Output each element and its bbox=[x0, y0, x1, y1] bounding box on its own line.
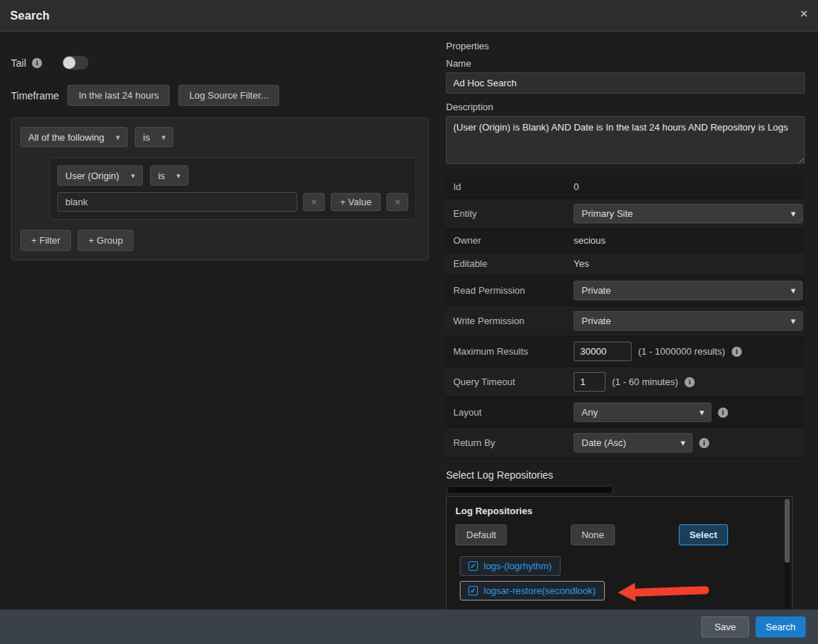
search-dialog: Search × Tail i Timeframe In the last 24… bbox=[0, 0, 818, 644]
query-timeout-hint: (1 - 60 minutes) bbox=[612, 376, 678, 387]
layout-select[interactable]: Any ▾ bbox=[574, 402, 711, 422]
search-button[interactable]: Search bbox=[756, 616, 806, 637]
info-icon[interactable]: i bbox=[732, 347, 742, 357]
remove-value-button[interactable]: × bbox=[303, 193, 325, 211]
maximum-results-hint: (1 - 1000000 results) bbox=[638, 346, 725, 357]
table-row-query-timeout: Query Timeout (1 - 60 minutes) i bbox=[446, 367, 805, 397]
group-operator-dropdown[interactable]: All of the following ▾ bbox=[20, 127, 128, 147]
maximum-results-input[interactable] bbox=[574, 342, 632, 361]
group-condition-value: is bbox=[143, 132, 149, 143]
editable-value: Yes bbox=[574, 258, 589, 269]
row-label: Query Timeout bbox=[446, 376, 574, 387]
log-source-filter-button[interactable]: Log Source Filter... bbox=[178, 85, 279, 106]
repo-item-logsar-restore-secondlook[interactable]: ✓ logsar-restore(secondlook) bbox=[460, 581, 605, 600]
timeframe-button[interactable]: In the last 24 hours bbox=[67, 85, 170, 106]
row-label: Read Permission bbox=[446, 285, 574, 296]
add-group-button[interactable]: + Group bbox=[78, 230, 133, 251]
log-repositories-title: Log Repositories bbox=[455, 505, 783, 516]
info-icon[interactable]: i bbox=[685, 377, 695, 387]
properties-panel: Properties Name Description (User (Origi… bbox=[446, 32, 806, 608]
repo-items-list: ✓ logs-(logrhythm) ✓ logsar-restore(seco… bbox=[460, 556, 783, 600]
table-row-write-permission: Write Permission Private ▾ bbox=[446, 306, 805, 337]
toggle-knob bbox=[63, 57, 75, 69]
return-by-select[interactable]: Date (Asc) ▾ bbox=[574, 433, 693, 453]
row-label: Editable bbox=[446, 258, 574, 269]
query-builder-panel: Tail i Timeframe In the last 24 hours Lo… bbox=[0, 32, 439, 608]
chevron-down-icon: ▾ bbox=[116, 133, 120, 142]
layout-value: Any bbox=[582, 407, 598, 418]
filter-condition-value: is bbox=[158, 170, 165, 181]
chevron-down-icon: ▾ bbox=[131, 171, 135, 181]
table-row-editable: Editable Yes bbox=[446, 252, 805, 276]
repo-scrollbar[interactable] bbox=[785, 499, 790, 608]
table-row-entity: Entity Primary Site ▾ bbox=[446, 199, 805, 229]
repo-item-logs-logrhythm[interactable]: ✓ logs-(logrhythm) bbox=[460, 556, 561, 576]
select-button[interactable]: Select bbox=[679, 524, 728, 545]
write-permission-value: Private bbox=[582, 315, 611, 326]
properties-table: Id 0 Entity Primary Site ▾ Owner secious bbox=[446, 176, 805, 458]
filter-field-row: User (Origin) ▾ is ▾ bbox=[57, 165, 408, 186]
filter-actions-row: + Filter + Group bbox=[20, 230, 419, 251]
table-row-owner: Owner secious bbox=[446, 229, 805, 252]
properties-heading: Properties bbox=[446, 41, 806, 51]
row-label: Layout bbox=[446, 407, 574, 418]
filter-field-dropdown[interactable]: User (Origin) ▾ bbox=[57, 165, 143, 186]
group-condition-dropdown[interactable]: is ▾ bbox=[135, 127, 173, 147]
default-button[interactable]: Default bbox=[455, 524, 507, 545]
add-filter-button[interactable]: + Filter bbox=[20, 230, 71, 251]
name-input[interactable] bbox=[446, 73, 805, 94]
description-label: Description bbox=[446, 102, 806, 112]
row-label: Maximum Results bbox=[446, 346, 574, 357]
table-row-layout: Layout Any ▾ i bbox=[446, 397, 805, 428]
filter-field-value: User (Origin) bbox=[65, 170, 119, 181]
dialog-body: Tail i Timeframe In the last 24 hours Lo… bbox=[0, 32, 818, 608]
read-permission-select[interactable]: Private ▾ bbox=[574, 281, 803, 300]
checkbox-checked-icon[interactable]: ✓ bbox=[468, 586, 478, 595]
chevron-down-icon: ▾ bbox=[790, 315, 796, 326]
row-label: Write Permission bbox=[446, 315, 574, 326]
close-icon[interactable]: × bbox=[800, 7, 808, 20]
scrollbar-thumb[interactable] bbox=[785, 499, 790, 563]
description-textarea[interactable]: (User (Origin) is Blank) AND Date is In … bbox=[446, 116, 805, 164]
info-icon[interactable]: i bbox=[699, 438, 709, 448]
group-operator-row: All of the following ▾ is ▾ bbox=[20, 127, 419, 147]
return-by-value: Date (Asc) bbox=[582, 437, 626, 448]
table-row-id: Id 0 bbox=[446, 176, 805, 199]
write-permission-select[interactable]: Private ▾ bbox=[574, 311, 803, 331]
repo-item-label: logsar-restore(secondlook) bbox=[484, 585, 596, 596]
filter-value-row: × + Value × bbox=[57, 192, 408, 212]
select-log-repositories-heading: Select Log Repositories bbox=[446, 469, 806, 481]
page-title: Search bbox=[10, 9, 50, 22]
none-button[interactable]: None bbox=[571, 524, 615, 545]
timeframe-label: Timeframe bbox=[11, 90, 59, 102]
chevron-down-icon: ▾ bbox=[699, 407, 704, 418]
table-row-read-permission: Read Permission Private ▾ bbox=[446, 276, 805, 306]
repo-buttons-row: Default None Select bbox=[455, 524, 728, 545]
info-icon[interactable]: i bbox=[718, 408, 728, 418]
titlebar: Search × bbox=[0, 0, 818, 32]
entity-select[interactable]: Primary Site ▾ bbox=[574, 204, 803, 223]
add-value-button[interactable]: + Value bbox=[331, 193, 381, 211]
row-label: Return By bbox=[446, 437, 574, 448]
tail-toggle[interactable] bbox=[62, 56, 88, 70]
table-row-maximum-results: Maximum Results (1 - 1000000 results) i bbox=[446, 337, 805, 367]
save-button[interactable]: Save bbox=[701, 616, 749, 637]
row-label: Owner bbox=[446, 235, 574, 246]
filter-value-input[interactable] bbox=[57, 192, 297, 212]
query-timeout-input[interactable] bbox=[574, 372, 606, 392]
name-label: Name bbox=[446, 58, 806, 69]
checkbox-checked-icon[interactable]: ✓ bbox=[468, 561, 478, 571]
id-value: 0 bbox=[574, 181, 579, 192]
row-label: Id bbox=[446, 181, 574, 192]
filter-condition-dropdown[interactable]: is ▾ bbox=[150, 165, 189, 186]
chevron-down-icon: ▾ bbox=[162, 133, 166, 142]
tail-label: Tail bbox=[11, 57, 26, 69]
entity-value: Primary Site bbox=[582, 208, 633, 219]
repo-item-label: logs-(logrhythm) bbox=[484, 561, 552, 571]
group-operator-value: All of the following bbox=[28, 132, 104, 143]
owner-value: secious bbox=[574, 235, 606, 246]
info-icon[interactable]: i bbox=[32, 58, 42, 68]
table-row-return-by: Return By Date (Asc) ▾ i bbox=[446, 428, 805, 458]
chevron-down-icon: ▾ bbox=[680, 437, 685, 448]
remove-filter-button[interactable]: × bbox=[387, 193, 408, 211]
